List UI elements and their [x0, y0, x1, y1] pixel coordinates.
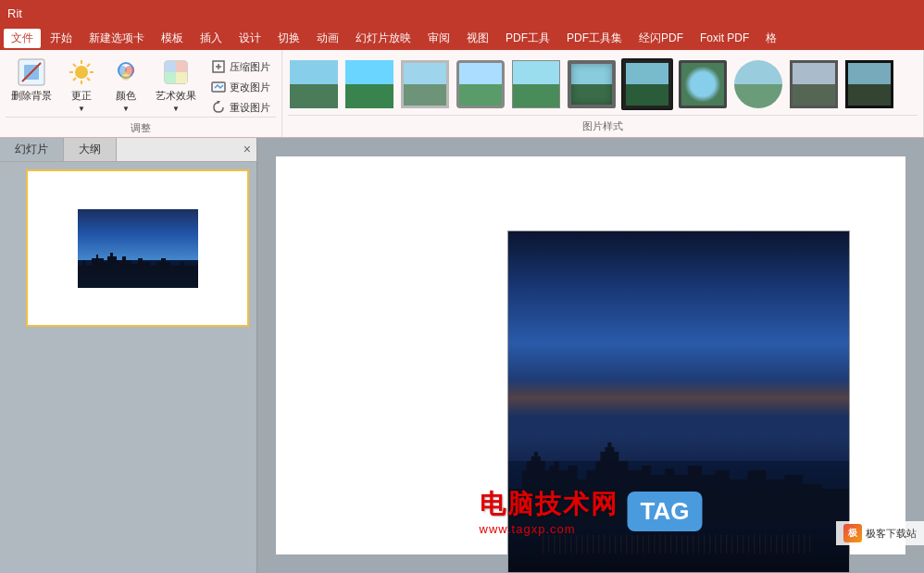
gallery-item-9[interactable]	[732, 58, 784, 110]
menu-pdf-tools2[interactable]: PDF工具集	[559, 29, 630, 48]
svg-rect-18	[176, 61, 187, 72]
svg-point-3	[75, 66, 88, 79]
reset-img-label: 重设图片	[230, 101, 270, 115]
title-text: Rit	[7, 6, 22, 20]
gallery-item-6[interactable]	[566, 58, 618, 110]
menu-switch[interactable]: 切换	[270, 29, 307, 48]
svg-line-11	[73, 78, 76, 81]
color-label: 颜色	[116, 89, 136, 103]
gallery-item-8[interactable]	[677, 58, 729, 110]
slide-tabs: 幻灯片 大纲 ×	[0, 138, 256, 162]
menu-format[interactable]: 格	[758, 29, 784, 48]
gallery-items	[288, 54, 918, 115]
gallery-item-4[interactable]	[455, 58, 506, 110]
tab-slides[interactable]: 幻灯片	[0, 138, 64, 161]
svg-point-15	[121, 71, 131, 81]
thumb-image-1	[78, 209, 198, 288]
menu-start[interactable]: 开始	[43, 29, 80, 48]
gallery-item-3[interactable]	[399, 58, 451, 110]
menu-animate[interactable]: 动画	[309, 29, 346, 48]
menu-view[interactable]: 视图	[459, 29, 496, 48]
svg-rect-17	[165, 61, 176, 72]
menu-file[interactable]: 文件	[4, 29, 41, 48]
svg-line-9	[87, 78, 90, 81]
ribbon-gallery-section: 图片样式	[282, 50, 924, 137]
slide-thumbnails[interactable]: 1	[0, 162, 256, 573]
title-bar: Rit	[0, 0, 924, 26]
art-effect-button[interactable]: 艺术效果 ▼	[150, 54, 202, 117]
gallery-item-2[interactable]	[343, 58, 395, 110]
compress-label: 压缩图片	[230, 60, 270, 74]
reset-img-icon	[211, 100, 226, 115]
menu-jingpdf[interactable]: 经闪PDF	[631, 29, 691, 48]
gallery-item-10[interactable]	[788, 58, 840, 110]
main-area: 幻灯片 大纲 × 1	[0, 138, 924, 573]
reset-img-button[interactable]: 重设图片	[206, 98, 276, 117]
slide-image[interactable]	[507, 230, 850, 573]
gallery-section-label: 图片样式	[288, 115, 918, 133]
ribbon-small-group: 压缩图片 更改图片	[206, 57, 276, 117]
slide-image-content	[508, 231, 849, 572]
slide-thumbnail-1[interactable]	[26, 169, 249, 327]
menu-template[interactable]: 模板	[154, 29, 191, 48]
ribbon-adjust-section: 删除背景 更正 ▼	[0, 50, 282, 137]
compress-icon	[211, 59, 226, 74]
svg-rect-20	[176, 72, 187, 83]
canvas-area[interactable]: 电脑技术网 www.tagxp.com TAG 极 极客下载站	[257, 138, 924, 573]
menu-foxitpdf[interactable]: Foxit PDF	[693, 30, 756, 46]
tab-outline[interactable]: 大纲	[64, 138, 117, 161]
gallery-item-5[interactable]	[510, 58, 562, 110]
adjust-section-label: 调整	[6, 117, 276, 135]
gallery-item-7[interactable]	[621, 58, 673, 110]
remove-bg-label: 删除背景	[11, 89, 52, 103]
remove-bg-button[interactable]: 删除背景	[6, 54, 57, 106]
update-label: 更正	[71, 89, 92, 103]
close-panel-button[interactable]: ×	[243, 142, 251, 156]
update-button[interactable]: 更正 ▼	[61, 54, 102, 117]
art-effect-icon	[161, 57, 191, 87]
compress-button[interactable]: 压缩图片	[206, 57, 276, 76]
color-icon	[111, 57, 141, 87]
art-effect-arrow: ▼	[172, 105, 180, 113]
corner-logo-icon: 极	[843, 524, 862, 542]
ribbon-adjust-tools: 删除背景 更正 ▼	[6, 54, 276, 117]
menu-pdf-tools[interactable]: PDF工具	[498, 29, 557, 48]
menu-slideshow[interactable]: 幻灯片放映	[348, 29, 418, 48]
svg-line-10	[87, 64, 90, 67]
color-button[interactable]: 颜色 ▼	[106, 54, 146, 117]
corner-logo-text: 极客下载站	[866, 527, 917, 541]
remove-bg-icon	[17, 57, 46, 87]
menu-new-tab[interactable]: 新建选项卡	[81, 29, 152, 48]
change-img-icon	[211, 80, 226, 94]
svg-rect-19	[165, 72, 176, 83]
sun-icon	[67, 57, 96, 87]
color-arrow: ▼	[122, 105, 130, 113]
art-effect-label: 艺术效果	[156, 89, 196, 103]
slide-canvas	[276, 156, 905, 554]
menu-insert[interactable]: 插入	[193, 29, 230, 48]
change-img-label: 更改图片	[230, 81, 270, 94]
menu-review[interactable]: 审阅	[420, 29, 457, 48]
gallery-item-1[interactable]	[288, 58, 340, 110]
corner-logo: 极 极客下载站	[836, 521, 924, 545]
menu-bar: 文件 开始 新建选项卡 模板 插入 设计 切换 动画 幻灯片放映 审阅 视图 P…	[0, 26, 924, 50]
svg-line-8	[73, 64, 76, 67]
gallery-item-11[interactable]	[843, 58, 895, 110]
ribbon: 删除背景 更正 ▼	[0, 50, 924, 138]
left-panel: 幻灯片 大纲 × 1	[0, 138, 257, 573]
menu-design[interactable]: 设计	[231, 29, 268, 48]
change-img-button[interactable]: 更改图片	[206, 78, 276, 96]
update-arrow: ▼	[78, 105, 85, 113]
